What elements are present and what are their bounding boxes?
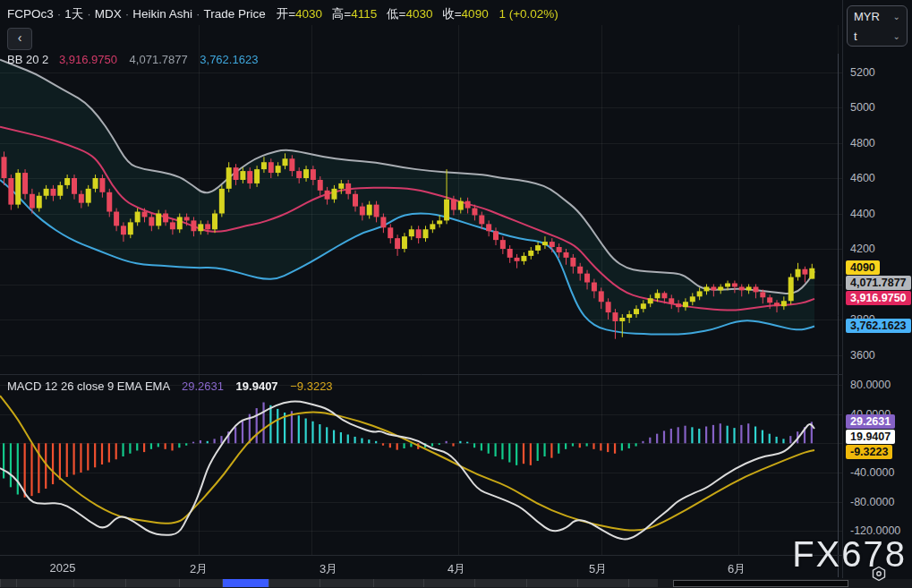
interval[interactable]: 1天 <box>64 7 83 21</box>
price-badge: 19.9407 <box>846 430 895 444</box>
bb-legend[interactable]: BB 20 2 3,916.9750 4,071.7877 3,762.1623 <box>7 53 258 66</box>
timeline-scrollbar-segment[interactable] <box>16 579 73 587</box>
price-badge: 3,762.1623 <box>846 319 911 333</box>
back-button[interactable]: ‹ <box>7 28 32 50</box>
close-value: 4090 <box>462 7 489 21</box>
back-icon: ‹ <box>18 30 22 45</box>
timeline-scrollbar-segment[interactable] <box>125 579 179 587</box>
chevron-down-icon: ⌄ <box>893 31 900 41</box>
chart-style[interactable]: Heikin Ashi <box>132 7 192 21</box>
change-value: 1 (+0.02%) <box>499 7 558 21</box>
close-label: 收= <box>442 7 461 21</box>
timeline-scrollbar-segment[interactable] <box>0 579 16 587</box>
time-axis[interactable]: 20252月3月4月5月6月 <box>0 555 842 580</box>
time-tick-label: 2月 <box>190 561 208 577</box>
macd-legend[interactable]: MACD 12 26 close 9 EMA EMA 29.2631 19.94… <box>7 379 333 393</box>
unit-dropdown[interactable]: t ⌄ <box>848 26 907 46</box>
bb-title: BB 20 2 <box>7 53 48 66</box>
timeline-scrollbar-segment[interactable] <box>320 579 373 587</box>
timeline-scrollbar[interactable] <box>0 579 912 588</box>
price-badge: 4,071.7877 <box>846 276 911 290</box>
macd-signal-value: −9.3223 <box>290 379 332 393</box>
timeline-scrollbar-active[interactable] <box>222 579 268 587</box>
chart-canvas[interactable] <box>0 0 842 578</box>
timeline-scrollbar-segment[interactable] <box>73 579 125 587</box>
bb-lower-value: 3,762.1623 <box>200 53 258 66</box>
low-value: 4030 <box>405 7 432 21</box>
timeline-scrollbar-segment[interactable] <box>423 579 474 587</box>
time-tick-label: 5月 <box>589 561 607 577</box>
axis-tick-label: 4400 <box>850 208 875 220</box>
chevron-down-icon: ⌄ <box>893 12 900 21</box>
axis-tick-label: -80.0000 <box>850 496 894 508</box>
price-badge: 3,916.9750 <box>846 291 911 305</box>
open-label: 开= <box>277 7 295 21</box>
symbol-name[interactable]: FCPOc3 <box>7 7 54 21</box>
high-value: 4115 <box>351 7 377 21</box>
timeline-range-box[interactable] <box>673 580 848 587</box>
time-tick-label: 4月 <box>447 561 465 577</box>
price-badge: -9.3223 <box>846 445 892 459</box>
axis-tick-label: 80.0000 <box>850 379 891 391</box>
timeline-scrollbar-segment[interactable] <box>373 579 423 587</box>
axis-tick-label: 4800 <box>850 137 875 149</box>
time-tick-label: 2025 <box>50 561 76 575</box>
timeline-scrollbar-segment[interactable] <box>268 579 320 587</box>
timeline-scrollbar-segment[interactable] <box>474 579 526 587</box>
macd-line-value: 19.9407 <box>236 379 278 393</box>
price-badge: 29.2631 <box>846 414 895 429</box>
axis-tick-label: 5000 <box>850 101 875 114</box>
open-value: 4030 <box>295 7 322 21</box>
axis-tick-label: 4200 <box>850 243 875 255</box>
timeline-scrollbar-segment[interactable] <box>577 579 628 587</box>
exchange: MDX <box>95 7 122 21</box>
timeline-scrollbar-segment[interactable] <box>628 579 658 587</box>
low-label: 低= <box>387 7 405 21</box>
macd-histogram-value: 29.2631 <box>182 379 224 393</box>
fx678-logo-icon <box>871 566 887 582</box>
trading-chart-app: FCPOc3·1天·MDX·Heikin Ashi·Trade Price 开=… <box>0 0 912 588</box>
currency-selector: MYR ⌄ t ⌄ <box>847 5 908 47</box>
currency-dropdown[interactable]: MYR ⌄ <box>848 6 907 26</box>
axis-tick-label: -40.0000 <box>850 466 894 479</box>
watermark: FX678 <box>792 534 907 575</box>
symbol-header: FCPOc3·1天·MDX·Heikin Ashi·Trade Price 开=… <box>7 6 558 22</box>
time-tick-label: 6月 <box>728 561 746 577</box>
time-tick-label: 3月 <box>320 561 337 577</box>
axis-tick-label: 3600 <box>850 349 875 362</box>
timeline-scrollbar-segment[interactable] <box>179 579 222 587</box>
price-type: Trade Price <box>204 7 266 21</box>
unit-value: t <box>854 30 857 43</box>
price-badge: 4090 <box>846 260 880 275</box>
high-label: 高= <box>332 7 351 21</box>
bb-upper-value: 4,071.7877 <box>130 53 188 66</box>
currency-value: MYR <box>854 10 880 23</box>
macd-title: MACD 12 26 close 9 EMA EMA <box>7 379 169 393</box>
timeline-scrollbar-segment[interactable] <box>526 579 577 587</box>
axis-tick-label: 4600 <box>850 172 875 184</box>
axis-tick-label: 5200 <box>850 66 875 79</box>
price-axis[interactable]: 5200500048004600440042003800360080.00004… <box>842 0 912 578</box>
bb-basis-value: 3,916.9750 <box>59 53 117 66</box>
